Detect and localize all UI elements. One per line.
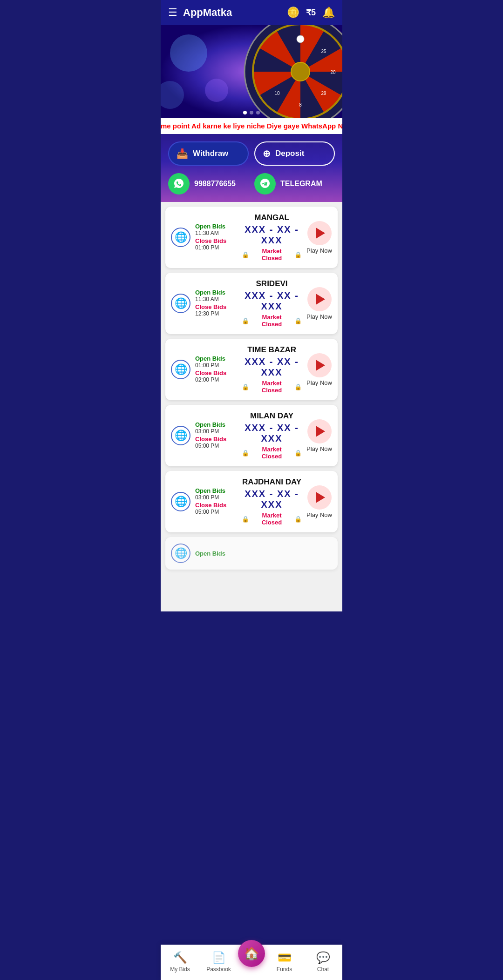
lock-icon-7: 🔒	[242, 450, 249, 456]
open-time-rajdhaniday: 03:00 PM	[195, 494, 237, 501]
play-button-sridevi[interactable]	[307, 287, 332, 311]
game-info-rajdhaniday: RAJDHANI DAY XXX - XX - XXX 🔒 Market Clo…	[242, 477, 302, 526]
game-info-mangal: MANGAL XXX - XX - XXX 🔒 Market Closed 🔒	[242, 213, 302, 262]
dot-1	[243, 111, 247, 114]
game-info-milanday: MILAN DAY XXX - XX - XXX 🔒 Market Closed…	[242, 411, 302, 460]
market-status-milanday: 🔒 Market Closed 🔒	[242, 446, 302, 460]
lock-icon-1: 🔒	[242, 251, 249, 258]
lock-icon-9: 🔒	[242, 516, 249, 523]
status-text-sridevi: Market Closed	[252, 314, 292, 328]
game-times-partial: Open Bids	[195, 550, 237, 557]
play-triangle-sridevi	[316, 294, 325, 305]
game-numbers-timebazar: XXX - XX - XXX	[242, 356, 302, 378]
globe-icon-timebazar: 🌐	[171, 360, 190, 379]
market-status-mangal: 🔒 Market Closed 🔒	[242, 248, 302, 262]
whatsapp-icon	[168, 173, 190, 195]
svg-text:29: 29	[321, 91, 326, 96]
status-text-mangal: Market Closed	[252, 248, 292, 262]
globe-icon-mangal: 🌐	[171, 228, 190, 247]
play-triangle-milanday	[316, 426, 325, 437]
play-button-mangal[interactable]	[307, 221, 332, 245]
close-label-timebazar: Close Bids	[195, 369, 237, 376]
game-numbers-mangal: XXX - XX - XXX	[242, 224, 302, 246]
menu-icon[interactable]: ☰	[168, 7, 177, 18]
game-numbers-rajdhaniday: XXX - XX - XXX	[242, 489, 302, 510]
bell-icon[interactable]: 🔔	[322, 7, 335, 19]
header-left: ☰ AppMatka	[168, 7, 232, 19]
dot-3	[256, 111, 260, 114]
banner-dots	[243, 111, 260, 114]
contact-row: 9988776655 TELEGRAM	[168, 173, 335, 195]
play-wrap-mangal: Play Now	[306, 221, 332, 254]
lock-icon-4: 🔒	[294, 317, 302, 324]
telegram-icon	[254, 173, 276, 195]
play-button-rajdhaniday[interactable]	[307, 485, 332, 510]
whatsapp-button[interactable]: 9988776655	[168, 173, 249, 195]
game-card-mangal: 🌐 Open Bids 11:30 AM Close Bids 01:00 PM…	[165, 207, 338, 268]
game-name-milanday: MILAN DAY	[242, 411, 302, 421]
close-time-timebazar: 02:00 PM	[195, 376, 237, 383]
withdraw-label: Withdraw	[193, 149, 228, 158]
game-name-sridevi: SRIDEVI	[242, 279, 302, 289]
play-label-rajdhaniday: Play Now	[306, 511, 332, 518]
action-area: 📥 Withdraw ⊕ Deposit 9988776655 TELEGRAM	[161, 134, 342, 202]
play-button-timebazar[interactable]	[307, 353, 332, 377]
game-card-partial: 🌐 Open Bids	[165, 537, 338, 570]
deposit-button[interactable]: ⊕ Deposit	[254, 141, 335, 166]
play-wrap-sridevi: Play Now	[306, 287, 332, 320]
wallet-icon[interactable]: 🪙	[287, 7, 299, 19]
withdraw-button[interactable]: 📥 Withdraw	[168, 141, 249, 166]
deposit-label: Deposit	[275, 149, 304, 158]
play-button-milanday[interactable]	[307, 419, 332, 443]
close-time-milanday: 05:00 PM	[195, 443, 237, 449]
telegram-svg	[259, 178, 271, 190]
game-times-sridevi: Open Bids 11:30 AM Close Bids 12:30 PM	[195, 289, 237, 318]
svg-text:10: 10	[274, 91, 280, 96]
whatsapp-number: 9988776655	[194, 180, 236, 188]
svg-point-14	[297, 35, 304, 43]
lock-icon-8: 🔒	[294, 450, 302, 456]
game-info-timebazar: TIME BAZAR XXX - XX - XXX 🔒 Market Close…	[242, 345, 302, 394]
lock-icon-6: 🔒	[294, 383, 302, 390]
app-title: AppMatka	[183, 7, 232, 19]
play-wrap-timebazar: Play Now	[306, 353, 332, 386]
play-wrap-milanday: Play Now	[306, 419, 332, 452]
close-label-mangal: Close Bids	[195, 237, 237, 244]
svg-text:20: 20	[330, 70, 336, 75]
play-label-timebazar: Play Now	[306, 379, 332, 386]
play-label-milanday: Play Now	[306, 445, 332, 452]
game-times-mangal: Open Bids 11:30 AM Close Bids 01:00 PM	[195, 223, 237, 252]
play-triangle-rajdhaniday	[316, 492, 325, 503]
globe-icon-sridevi: 🌐	[171, 294, 190, 313]
close-label-milanday: Close Bids	[195, 436, 237, 443]
game-times-milanday: Open Bids 03:00 PM Close Bids 05:00 PM	[195, 421, 237, 450]
telegram-button[interactable]: TELEGRAM	[254, 173, 335, 195]
game-card-milanday: 🌐 Open Bids 03:00 PM Close Bids 05:00 PM…	[165, 405, 338, 466]
globe-icon-rajdhaniday: 🌐	[171, 492, 190, 511]
svg-point-4	[291, 62, 310, 81]
close-time-sridevi: 12:30 PM	[195, 310, 237, 317]
ticker-text: me point Ad karne ke liye niche Diye gay…	[161, 122, 342, 130]
header-right: 🪙 ₹5 🔔	[287, 7, 335, 19]
status-text-milanday: Market Closed	[252, 446, 292, 460]
market-status-rajdhaniday: 🔒 Market Closed 🔒	[242, 512, 302, 526]
balance-display: ₹5	[306, 7, 316, 18]
play-triangle-timebazar	[316, 360, 325, 371]
open-label-timebazar: Open Bids	[195, 355, 237, 362]
banner-image: 12 25 20 29 8 10	[161, 25, 342, 118]
action-buttons: 📥 Withdraw ⊕ Deposit	[168, 141, 335, 166]
lock-icon-3: 🔒	[242, 317, 249, 324]
open-label-rajdhaniday: Open Bids	[195, 487, 237, 494]
play-label-sridevi: Play Now	[306, 313, 332, 320]
status-text-timebazar: Market Closed	[252, 380, 292, 394]
news-ticker: me point Ad karne ke liye niche Diye gay…	[161, 118, 342, 134]
open-label-milanday: Open Bids	[195, 421, 237, 428]
close-time-rajdhaniday: 05:00 PM	[195, 509, 237, 515]
game-card-sridevi: 🌐 Open Bids 11:30 AM Close Bids 12:30 PM…	[165, 273, 338, 334]
svg-text:8: 8	[299, 102, 302, 107]
globe-icon-milanday: 🌐	[171, 426, 190, 445]
close-time-mangal: 01:00 PM	[195, 244, 237, 251]
svg-point-11	[170, 34, 207, 72]
close-label-rajdhaniday: Close Bids	[195, 502, 237, 509]
promo-banner: 12 25 20 29 8 10	[161, 25, 342, 118]
